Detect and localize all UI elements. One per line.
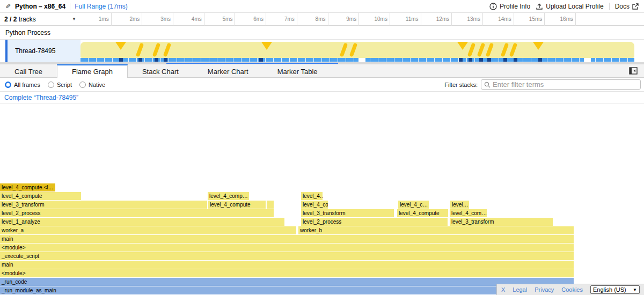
- flame-box-worker_b[interactable]: worker_b: [298, 226, 574, 234]
- tab-flame-graph[interactable]: Flame Graph: [57, 64, 128, 78]
- ruler-tick-7ms: 7ms: [266, 13, 297, 26]
- breadcrumb-row: Complete “Thread-78495”: [0, 92, 644, 104]
- sample-gap: [584, 58, 591, 62]
- frame-filter-radios: All framesScriptNative: [0, 82, 105, 88]
- flame-box-_execute_script[interactable]: _execute_script: [0, 252, 574, 260]
- ruler-ticks: 1ms2ms3ms4ms5ms6ms7ms8ms9ms10ms11ms12ms1…: [80, 13, 576, 26]
- radio-dot: [5, 82, 11, 88]
- flame-box-level_4_compute.<l…[interactable]: level_4_compute.<l…: [0, 183, 55, 191]
- flame-box-level_4_compute[interactable]: level_4_compute: [0, 192, 81, 200]
- flame-box-_run_module_as_main[interactable]: _run_module_as_main: [0, 286, 574, 294]
- radio-all-frames[interactable]: All frames: [5, 82, 40, 88]
- ruler-tick-9ms: 9ms: [328, 13, 360, 26]
- filter-stacks-label: Filter stacks:: [444, 82, 478, 88]
- marker-diamond: [457, 42, 468, 50]
- flame-box-level_4_compute[interactable]: level_4_compute: [208, 201, 266, 209]
- divider: [70, 3, 70, 10]
- docs-link[interactable]: Docs: [615, 3, 639, 10]
- flame-box-main[interactable]: main: [0, 235, 574, 243]
- filter-stacks-input[interactable]: [493, 80, 638, 88]
- tracks-count: 2 / 2 tracks: [4, 13, 36, 26]
- thread-track-label[interactable]: Thread-78495: [8, 40, 80, 62]
- flame-box-<module>[interactable]: <module>: [0, 269, 574, 277]
- flame-box-unnamed[interactable]: [267, 201, 274, 209]
- profile-info-button[interactable]: Profile Info: [489, 3, 530, 10]
- tab-call-tree[interactable]: Call Tree: [0, 64, 57, 77]
- ruler-tick-15ms: 15ms: [514, 13, 545, 26]
- tab-marker-table[interactable]: Marker Table: [263, 64, 332, 77]
- ruler-tick-10ms: 10ms: [359, 13, 390, 26]
- footer-link-x[interactable]: X: [501, 286, 505, 293]
- language-select[interactable]: English (US) ▼: [590, 285, 640, 294]
- edit-profile-name-icon[interactable]: ✎: [5, 3, 11, 10]
- app-header: ✎ Python – x86_64 Full Range (17ms) Prof…: [0, 0, 644, 13]
- ruler-tick-14ms: 14ms: [483, 13, 514, 26]
- sample-dark-segment: [138, 58, 142, 62]
- ruler-tick-2ms: 2ms: [112, 13, 143, 26]
- panel-tabbar: Call TreeFlame GraphStack ChartMarker Ch…: [0, 64, 644, 78]
- radio-dot: [48, 82, 54, 88]
- sidebar-icon: [629, 67, 638, 75]
- upload-icon: [536, 3, 543, 10]
- profile-title: Python – x86_64: [15, 3, 65, 10]
- upload-profile-button[interactable]: Upload Local Profile: [536, 3, 603, 10]
- thread-track[interactable]: Thread-78495: [0, 40, 644, 62]
- flame-box-level_2_process[interactable]: level_2_process: [301, 218, 448, 226]
- radio-label: All frames: [14, 82, 40, 88]
- radio-native[interactable]: Native: [79, 82, 105, 88]
- flame-toolbar: All framesScriptNative Filter stacks:: [0, 78, 644, 92]
- ruler-tick-8ms: 8ms: [297, 13, 328, 26]
- chevron-down-icon: ▼: [633, 287, 637, 292]
- flame-box-_run_code[interactable]: _run_code: [0, 278, 574, 286]
- sample-dark-segment: [479, 58, 483, 62]
- flame-box-worker_a[interactable]: worker_a: [0, 226, 296, 234]
- flame-box-level_2_process[interactable]: level_2_process: [0, 209, 274, 217]
- thread-activity-graph[interactable]: [80, 40, 634, 62]
- timeline-ruler-row: 2 / 2 tracks ▼ 1ms2ms3ms4ms5ms6ms7ms8ms9…: [0, 13, 644, 26]
- flame-box-level_3_transform[interactable]: level_3_transform: [450, 218, 553, 226]
- ruler-tick-4ms: 4ms: [173, 13, 204, 26]
- footer-link-privacy[interactable]: Privacy: [535, 286, 554, 293]
- flame-box-level…[interactable]: level…: [450, 201, 469, 209]
- ruler-tick-3ms: 3ms: [142, 13, 173, 26]
- flame-box-level_1_analyze[interactable]: level_1_analyze: [0, 218, 284, 226]
- ruler-tick-16ms: 16ms: [545, 13, 576, 26]
- external-link-icon: [632, 3, 639, 10]
- flame-box-level_3_transform[interactable]: level_3_transform: [0, 201, 207, 209]
- flame-box-main[interactable]: main: [0, 261, 574, 269]
- sample-dark-segment: [259, 58, 263, 62]
- sidebar-toggle-button[interactable]: [629, 64, 644, 77]
- ruler-tick-6ms: 6ms: [235, 13, 266, 26]
- sample-dark-segment: [469, 58, 472, 62]
- flame-box-level_4_co…[interactable]: level_4_co…: [301, 201, 328, 209]
- sample-strip: [80, 58, 634, 62]
- flame-box-level_4_comp…[interactable]: level_4_comp…: [208, 192, 249, 200]
- process-track-label[interactable]: Python Process: [0, 26, 644, 40]
- flame-box-level_4_com…[interactable]: level_4_com…: [450, 209, 487, 217]
- sample-dark-segment: [487, 58, 491, 62]
- full-range-button[interactable]: Full Range (17ms): [75, 3, 128, 10]
- tracks-dropdown-caret[interactable]: ▼: [72, 13, 76, 26]
- marker-diamond: [261, 42, 272, 50]
- flame-box-level_4_compute[interactable]: level_4_compute: [397, 209, 448, 217]
- sample-dark-segment: [155, 58, 158, 62]
- footer-link-legal[interactable]: Legal: [513, 286, 527, 293]
- tab-marker-chart[interactable]: Marker Chart: [193, 64, 263, 77]
- ruler-tick-12ms: 12ms: [421, 13, 452, 26]
- sample-dark-segment: [164, 58, 167, 62]
- flame-box-level_4_c…[interactable]: level_4_c…: [398, 201, 429, 209]
- breadcrumb-complete-thread[interactable]: Complete “Thread-78495”: [4, 92, 78, 104]
- filter-stacks-box: [481, 79, 641, 90]
- scrollbar-thumb[interactable]: [166, 63, 338, 64]
- tab-stack-chart[interactable]: Stack Chart: [128, 64, 193, 77]
- footer-link-cookies[interactable]: Cookies: [561, 286, 583, 293]
- radio-script[interactable]: Script: [48, 82, 72, 88]
- sample-dark-segment: [119, 58, 123, 62]
- divider: [609, 3, 610, 10]
- flame-box-level_4…[interactable]: level_4…: [301, 192, 323, 200]
- radio-label: Native: [89, 82, 105, 88]
- flame-box-<module>[interactable]: <module>: [0, 244, 574, 252]
- flame-box-level_3_transform[interactable]: level_3_transform: [301, 209, 394, 217]
- legal-footer: XLegalPrivacyCookies English (US) ▼: [496, 284, 644, 295]
- sample-dark-segment: [503, 58, 507, 62]
